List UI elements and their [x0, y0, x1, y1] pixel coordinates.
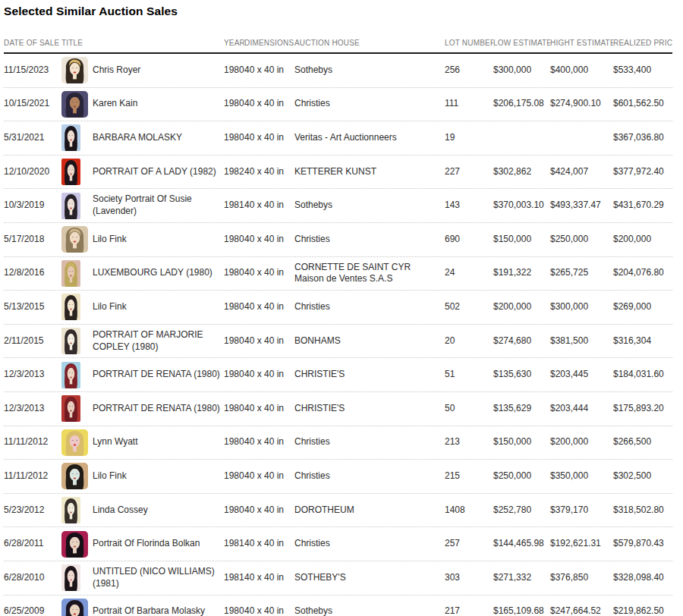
- realized-price-value: $601,562.50: [613, 95, 672, 113]
- realized-price-value: $533,400: [613, 61, 672, 80]
- realized-price-value: $377,972.40: [613, 163, 672, 181]
- artwork-portrait-image: [61, 429, 88, 456]
- artwork-portrait-image: [61, 226, 88, 253]
- artwork-title-value: Portrait Of Barbara Molasky: [93, 602, 224, 616]
- artwork-portrait-image: [61, 564, 80, 591]
- artwork-title-value: PORTRAIT OF A LADY (1982): [93, 163, 224, 181]
- year-value: 1980: [224, 366, 244, 384]
- low-estimate-value: $191,322: [493, 264, 550, 282]
- artwork-title-value: LUXEMBOURG LADY (1980): [93, 264, 224, 282]
- artwork-thumbnail-cell: [61, 460, 93, 492]
- dimensions-value: 40 x 40 in: [244, 535, 294, 553]
- low-estimate-value: [493, 135, 550, 141]
- hight-estimate-value: $381,500: [550, 332, 613, 350]
- column-header-auction-house: AUCTION HOUSE: [294, 39, 445, 47]
- year-value: 1980: [224, 61, 244, 80]
- auction-house-value: CHRISTIE'S: [294, 400, 445, 418]
- dimensions-value: 40 x 40 in: [244, 400, 294, 418]
- auction-house-value: Christies: [294, 535, 445, 553]
- low-estimate-value: $150,000: [493, 433, 550, 451]
- artwork-portrait-image: [61, 193, 80, 219]
- artwork-portrait-image: [61, 260, 80, 287]
- table-row: 6/28/2010 UNTITLED (NICO WILLIAMS) (1981…: [4, 561, 672, 596]
- table-row: 5/31/2021 BARBARA MOLASKY 1980 40 x 40 i…: [4, 121, 672, 156]
- low-estimate-value: $206,175.08: [493, 95, 550, 113]
- table-row: 11/11/2012 Lilo Fink 1980 40 x 40 in Chr…: [4, 460, 672, 494]
- year-value: 1980: [224, 400, 244, 418]
- hight-estimate-value: $376,850: [550, 569, 613, 587]
- artwork-portrait-image: [61, 463, 88, 489]
- table-row: 2/11/2015 PORTRAIT OF MARJORIE COPLEY (1…: [4, 325, 672, 359]
- hight-estimate-value: $203,445: [550, 366, 613, 384]
- artwork-title-value: BARBARA MOLASKY: [93, 129, 224, 147]
- artwork-thumbnail-cell: [61, 392, 93, 425]
- auction-house-value: KETTERER KUNST: [294, 163, 445, 181]
- table-row: 10/3/2019 Society Portrait Of Susie (Lav…: [4, 189, 672, 223]
- dimensions-value: 40 x 40 in: [244, 95, 294, 113]
- dimensions-value: 40 x 40 in: [244, 129, 294, 147]
- dimensions-value: 40 x 40 in: [244, 467, 294, 486]
- artwork-thumbnail-cell: [61, 291, 93, 323]
- table-row: 12/8/2016 LUXEMBOURG LADY (1980) 1980 40…: [4, 257, 672, 291]
- artwork-thumbnail-cell: [61, 156, 93, 188]
- low-estimate-value: $150,000: [493, 231, 550, 249]
- table-row: 12/10/2020 PORTRAIT OF A LADY (1982) 198…: [4, 156, 672, 190]
- artwork-portrait-image: [61, 57, 88, 83]
- low-estimate-value: $271,332: [493, 569, 550, 587]
- realized-price-value: $367,036.80: [613, 129, 672, 147]
- table-row: 5/13/2015 Lilo Fink 1980 40 x 40 in Chri…: [4, 291, 672, 325]
- year-value: 1980: [224, 298, 244, 316]
- low-estimate-value: $274,680: [493, 332, 550, 350]
- dimensions-value: 40 x 40 in: [244, 433, 294, 451]
- artwork-portrait-image: [61, 531, 88, 558]
- artwork-title-value: Linda Cossey: [93, 501, 224, 520]
- artwork-title-value: Chris Royer: [93, 61, 224, 80]
- realized-price-value: $266,500: [613, 433, 672, 451]
- date-of-sale-value: 11/11/2012: [4, 467, 61, 486]
- artwork-title-value: Lilo Fink: [93, 467, 224, 486]
- hight-estimate-value: $350,000: [550, 467, 613, 486]
- year-value: 1981: [224, 535, 244, 553]
- year-value: 1980: [224, 95, 244, 113]
- artwork-portrait-image: [61, 328, 80, 354]
- date-of-sale-value: 5/31/2021: [4, 129, 61, 147]
- table-row: 11/15/2023 Chris Royer 1980 40 x 40 in S…: [4, 54, 672, 88]
- column-header-year: YEAR: [224, 39, 244, 47]
- artwork-title-value: Karen Kain: [93, 95, 224, 113]
- realized-price-value: $328,098.40: [613, 569, 672, 587]
- table-row: 10/15/2021 Karen Kain 1980 40 x 40 in Ch…: [4, 88, 672, 122]
- artwork-portrait-image: [61, 362, 80, 388]
- artwork-thumbnail-cell: [61, 223, 93, 256]
- artwork-thumbnail-cell: [61, 528, 93, 561]
- hight-estimate-value: $424,007: [550, 163, 613, 181]
- lot-number-value: 143: [445, 196, 493, 215]
- realized-price-value: $175,893.20: [613, 400, 672, 418]
- column-header-hight-estimate: HIGHT ESTIMATE: [550, 39, 613, 47]
- artwork-thumbnail-cell: [61, 561, 93, 594]
- dimensions-value: 40 x 40 in: [244, 501, 294, 520]
- hight-estimate-value: $247,664.52: [550, 602, 613, 616]
- date-of-sale-value: 11/15/2023: [4, 61, 61, 80]
- low-estimate-value: $200,000: [493, 298, 550, 316]
- artwork-title-value: Lynn Wyatt: [93, 433, 224, 451]
- column-header-date-of-sale: DATE OF SALE: [4, 39, 61, 47]
- dimensions-value: 40 x 40 in: [244, 61, 294, 80]
- realized-price-value: $184,031.60: [613, 366, 672, 384]
- low-estimate-value: $144,465.98: [493, 535, 550, 553]
- realized-price-value: $431,670.29: [613, 196, 672, 215]
- realized-price-value: $219,862.50: [613, 602, 672, 616]
- auction-house-value: BONHAMS: [294, 332, 445, 350]
- hight-estimate-value: $493,337.47: [550, 196, 613, 215]
- year-value: 1980: [224, 467, 244, 486]
- lot-number-value: 19: [445, 129, 493, 147]
- dimensions-value: 40 x 40 in: [244, 366, 294, 384]
- column-header-realized-price: REALIZED PRICE: [613, 39, 672, 47]
- year-value: 1982: [224, 163, 244, 181]
- lot-number-value: 217: [445, 602, 493, 616]
- year-value: 1980: [224, 501, 244, 520]
- artwork-title-value: Society Portrait Of Susie (Lavender): [93, 190, 224, 221]
- auction-house-value: DOROTHEUM: [294, 501, 445, 520]
- hight-estimate-value: $300,000: [550, 298, 613, 316]
- artwork-thumbnail-cell: [61, 190, 93, 222]
- low-estimate-value: $300,000: [493, 61, 550, 80]
